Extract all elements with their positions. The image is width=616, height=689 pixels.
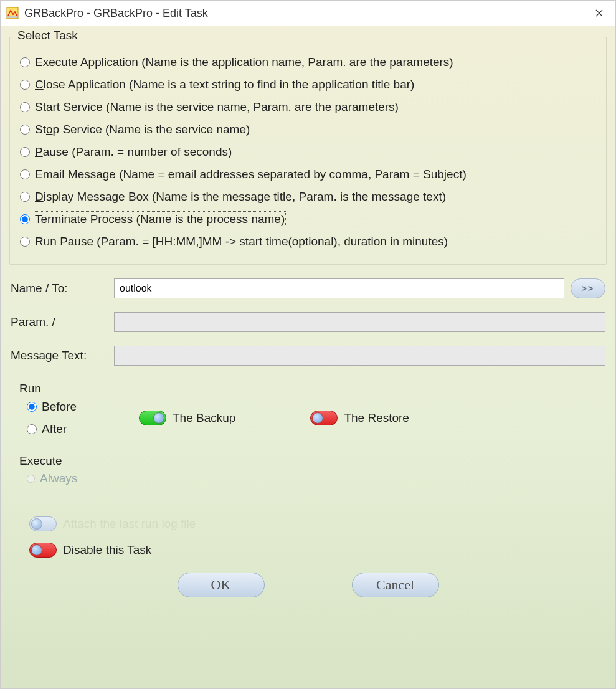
task-option-label: Start Service (Name is the service name,… (35, 100, 399, 114)
backup-toggle[interactable] (139, 411, 166, 425)
task-option-radio[interactable] (20, 237, 30, 247)
task-option-label: Terminate Process (Name is the process n… (35, 212, 285, 226)
run-section: Run Before After The Backup (19, 382, 603, 438)
task-option-radio[interactable] (20, 80, 30, 90)
bottom-toggles: Attach the last run log file Disable thi… (29, 516, 603, 558)
name-label: Name / To: (11, 282, 114, 295)
disable-task-label: Disable this Task (63, 543, 151, 557)
name-row: Name / To: >> (11, 273, 605, 303)
message-input (114, 346, 605, 366)
task-option-label: Run Pause (Param. = [HH:MM,]MM -> start … (35, 235, 448, 249)
task-option-row: Execute Application (Name is the applica… (20, 51, 599, 74)
task-option-radio[interactable] (20, 102, 30, 112)
select-task-legend: Select Task (15, 29, 80, 42)
task-option-row: Stop Service (Name is the service name) (20, 118, 599, 141)
run-after-radio[interactable] (27, 424, 37, 434)
browse-button[interactable]: >> (571, 278, 605, 298)
task-option-label: Pause (Param. = number of seconds) (35, 145, 232, 159)
cancel-button[interactable]: Cancel (352, 573, 439, 597)
task-option-radio[interactable] (20, 169, 30, 179)
dialog-content: Select Task Execute Application (Name is… (1, 26, 615, 688)
task-option-label: Stop Service (Name is the service name) (35, 123, 250, 136)
restore-toggle[interactable] (310, 411, 338, 425)
task-option-label: Execute Application (Name is the applica… (35, 55, 453, 69)
disable-task-toggle[interactable] (29, 543, 57, 558)
buttons-row: OK Cancel (8, 573, 608, 597)
task-option-row: Start Service (Name is the service name,… (20, 96, 599, 118)
run-title: Run (19, 382, 603, 396)
window: GRBackPro - GRBackPro - Edit Task Select… (0, 0, 616, 689)
param-row: Param. / (11, 307, 605, 337)
select-task-group: Select Task Execute Application (Name is… (9, 37, 607, 265)
task-option-row: Pause (Param. = number of seconds) (20, 141, 599, 163)
task-option-row: Display Message Box (Name is the message… (20, 186, 599, 208)
svg-rect-1 (7, 16, 17, 18)
message-row: Message Text: (11, 341, 605, 371)
task-option-radio[interactable] (20, 57, 30, 67)
task-option-row: Close Application (Name is a text string… (20, 74, 599, 96)
ok-button[interactable]: OK (178, 573, 265, 597)
backup-label: The Backup (173, 411, 235, 425)
param-label: Param. / (11, 315, 114, 329)
always-radio (27, 475, 35, 483)
execute-section: Execute Always (19, 454, 603, 485)
task-option-radio[interactable] (20, 147, 30, 157)
run-after-label: After (42, 422, 67, 436)
attach-log-toggle (29, 516, 57, 531)
titlebar: GRBackPro - GRBackPro - Edit Task (1, 1, 615, 26)
task-option-radio[interactable] (20, 214, 30, 224)
param-input (114, 312, 605, 332)
run-before-label: Before (42, 400, 77, 414)
task-option-row: Email Message (Name = email addresses se… (20, 163, 599, 186)
task-option-row: Terminate Process (Name is the process n… (20, 208, 599, 230)
run-before-radio[interactable] (27, 402, 37, 412)
attach-log-label: Attach the last run log file (63, 517, 196, 531)
window-title: GRBackPro - GRBackPro - Edit Task (24, 7, 208, 20)
name-input[interactable] (114, 278, 564, 298)
execute-title: Execute (19, 454, 603, 468)
task-option-radio[interactable] (20, 125, 30, 135)
always-label: Always (40, 472, 77, 485)
task-option-radio[interactable] (20, 192, 30, 202)
task-option-row: Run Pause (Param. = [HH:MM,]MM -> start … (20, 230, 599, 253)
task-option-label: Email Message (Name = email addresses se… (35, 168, 467, 181)
task-option-label: Display Message Box (Name is the message… (35, 190, 446, 204)
restore-label: The Restore (344, 411, 409, 425)
app-icon (6, 6, 19, 20)
message-label: Message Text: (11, 349, 114, 363)
close-icon[interactable] (588, 2, 610, 24)
task-option-label: Close Application (Name is a text string… (35, 78, 414, 92)
